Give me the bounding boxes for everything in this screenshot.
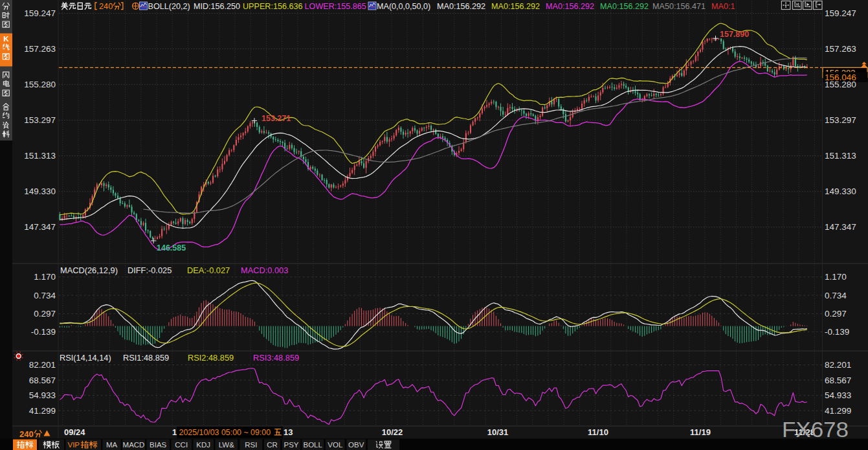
svg-text:RSI3:48.859: RSI3:48.859 <box>253 353 299 363</box>
svg-text:MA(0,0,0,50,0): MA(0,0,0,50,0) <box>377 2 430 11</box>
svg-text:RSI: RSI <box>245 441 257 449</box>
svg-text:MACD(26,12,9): MACD(26,12,9) <box>60 265 118 275</box>
svg-text:240: 240 <box>19 429 34 439</box>
svg-text:CR: CR <box>267 441 278 449</box>
svg-text:-0.139: -0.139 <box>825 327 849 337</box>
svg-text:153.297: 153.297 <box>825 115 856 125</box>
svg-text:MID:156.250: MID:156.250 <box>194 2 240 11</box>
svg-text:159.247: 159.247 <box>24 8 56 18</box>
svg-text:146.585: 146.585 <box>157 243 186 253</box>
svg-text:FX678: FX678 <box>782 418 849 442</box>
svg-text:10/22: 10/22 <box>382 427 403 437</box>
svg-text:0.734: 0.734 <box>34 291 56 300</box>
svg-text:LW&: LW& <box>219 441 234 449</box>
svg-text:MA0:156.292: MA0:156.292 <box>546 2 594 11</box>
svg-text:MA0:156.292: MA0:156.292 <box>600 2 649 11</box>
svg-text:151.313: 151.313 <box>24 151 56 161</box>
svg-text:2025/10/03 05:00 ~ 09:00: 2025/10/03 05:00 ~ 09:00 <box>179 428 271 437</box>
svg-text:68.567: 68.567 <box>825 376 851 385</box>
svg-text:41.299: 41.299 <box>825 406 851 416</box>
svg-text:151.313: 151.313 <box>825 151 856 161</box>
svg-text:BOLL: BOLL <box>303 441 322 449</box>
svg-text:155.280: 155.280 <box>825 80 856 89</box>
svg-text:149.330: 149.330 <box>825 186 856 196</box>
svg-text:153.271: 153.271 <box>262 114 291 123</box>
svg-text:MA0:156.292: MA0:156.292 <box>491 2 540 11</box>
svg-text:MA50:156.471: MA50:156.471 <box>652 2 706 11</box>
svg-text:41.299: 41.299 <box>29 406 56 416</box>
svg-text:157.890: 157.890 <box>720 30 749 39</box>
svg-text:UPPER:156.636: UPPER:156.636 <box>243 2 302 11</box>
svg-text:1.170: 1.170 <box>825 272 847 282</box>
svg-text:DEA:-0.027: DEA:-0.027 <box>187 265 230 275</box>
svg-text:MA: MA <box>106 441 118 449</box>
svg-text:VIP: VIP <box>68 441 80 449</box>
svg-text:DIFF:-0.025: DIFF:-0.025 <box>128 265 172 275</box>
svg-text:68.567: 68.567 <box>29 376 56 385</box>
svg-text:153.297: 153.297 <box>24 115 56 125</box>
svg-text:147.347: 147.347 <box>825 222 856 232</box>
svg-text:1.170: 1.170 <box>34 272 56 282</box>
svg-text:-0.139: -0.139 <box>31 327 56 337</box>
svg-text:1: 1 <box>172 427 177 437</box>
svg-text:MACD:0.003: MACD:0.003 <box>241 265 288 275</box>
svg-text:13: 13 <box>284 427 293 437</box>
svg-text:0.297: 0.297 <box>825 309 847 319</box>
svg-text:RSI2:48.859: RSI2:48.859 <box>188 353 234 363</box>
svg-text:54.933: 54.933 <box>29 390 56 400</box>
svg-text:54.933: 54.933 <box>825 390 851 400</box>
svg-text:CCI: CCI <box>175 441 188 449</box>
svg-text:VOL: VOL <box>328 441 343 449</box>
svg-text:LOWER:155.865: LOWER:155.865 <box>305 2 366 11</box>
svg-text:K: K <box>3 35 9 43</box>
svg-text:11/19: 11/19 <box>690 427 711 437</box>
svg-text:147.347: 147.347 <box>24 222 56 232</box>
svg-text:0.734: 0.734 <box>825 291 847 300</box>
svg-text:KDJ: KDJ <box>196 441 210 449</box>
svg-text:157.263: 157.263 <box>24 44 56 54</box>
svg-text:RSI1:48.859: RSI1:48.859 <box>123 353 169 363</box>
svg-text:240: 240 <box>99 1 113 11</box>
svg-text:149.330: 149.330 <box>24 186 56 196</box>
svg-text:155.280: 155.280 <box>24 80 56 89</box>
svg-text:MA0:156.292: MA0:156.292 <box>437 2 485 11</box>
svg-text:OBV: OBV <box>348 441 364 449</box>
svg-text:BOLL(20,2): BOLL(20,2) <box>148 2 190 11</box>
svg-text:11/10: 11/10 <box>588 427 608 437</box>
svg-text:159.247: 159.247 <box>825 8 856 18</box>
svg-text:MA0:1: MA0:1 <box>711 2 735 11</box>
svg-text:82.201: 82.201 <box>29 360 56 370</box>
svg-text:10/31: 10/31 <box>487 427 509 437</box>
svg-text:0.297: 0.297 <box>34 309 56 319</box>
svg-text:BIAS: BIAS <box>150 441 167 449</box>
svg-text:RSI(14,14,14): RSI(14,14,14) <box>60 353 111 363</box>
svg-text:82.201: 82.201 <box>825 360 851 370</box>
svg-text:09/24: 09/24 <box>64 427 85 437</box>
svg-text:157.263: 157.263 <box>825 44 856 54</box>
svg-text:MACD: MACD <box>123 441 145 449</box>
svg-text:PSY: PSY <box>284 441 298 449</box>
